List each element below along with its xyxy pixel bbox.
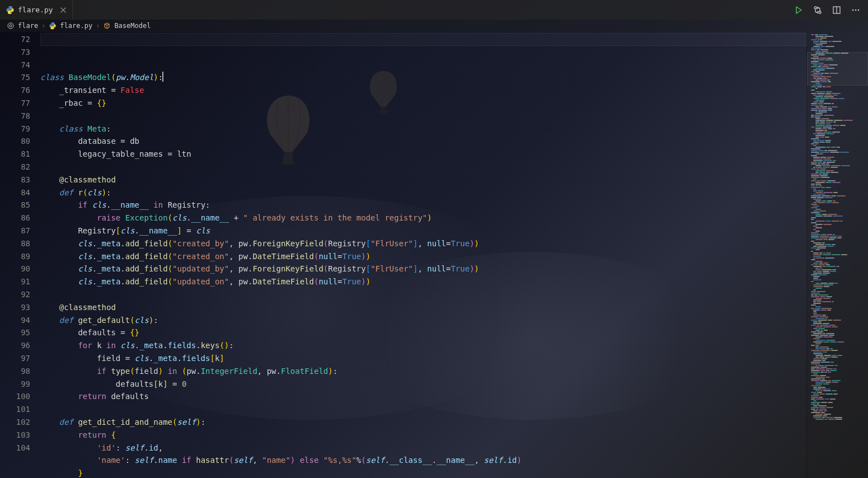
crumb-item[interactable]: flare — [18, 22, 38, 30]
code-line[interactable]: defaults[k] = 0 — [40, 378, 806, 391]
code-line[interactable]: database = db — [40, 135, 806, 148]
minimap-viewport[interactable] — [807, 52, 868, 86]
token — [191, 226, 196, 235]
more-actions-icon[interactable] — [850, 4, 861, 16]
minimap-row — [810, 48, 865, 49]
code-line[interactable] — [40, 110, 806, 123]
token: self — [135, 456, 154, 465]
token: + — [234, 213, 238, 222]
code-line[interactable]: if cls.__name__ in Registry: — [40, 199, 806, 212]
code-line[interactable]: return { — [40, 429, 806, 442]
minimap-row — [810, 274, 865, 275]
token: self — [234, 456, 253, 465]
cursor — [162, 72, 163, 82]
code-line[interactable]: def r(cls): — [40, 186, 806, 199]
minimap-row — [810, 256, 865, 257]
code-line[interactable]: _transient = False — [40, 84, 806, 97]
git-compare-icon[interactable] — [812, 4, 823, 16]
code-line[interactable]: } — [40, 467, 806, 478]
token: cls — [172, 213, 186, 222]
code-line[interactable]: field = cls._meta.fields[k] — [40, 352, 806, 365]
minimap-row — [810, 365, 865, 366]
minimap-row — [810, 123, 865, 124]
close-tab-button[interactable] — [59, 6, 68, 15]
code-line[interactable]: def get_dict_id_and_name(self): — [40, 416, 806, 429]
minimap-row — [810, 205, 865, 207]
code-line[interactable]: def get_default(cls): — [40, 314, 806, 327]
split-editor-icon[interactable] — [831, 4, 842, 16]
token: . — [153, 456, 158, 465]
minimap-row — [810, 249, 865, 250]
token: FloatField — [281, 367, 328, 376]
minimap-row — [810, 209, 865, 210]
code-line[interactable]: @classmethod — [40, 174, 806, 186]
minimap-row — [810, 88, 865, 89]
minimap-row — [810, 293, 865, 294]
token: add_field — [125, 264, 168, 273]
code-line[interactable]: return defaults — [40, 390, 806, 403]
minimap-row — [810, 333, 865, 334]
token: ( — [168, 264, 172, 273]
code-line[interactable]: legacy_table_names = ltn — [40, 148, 806, 161]
token: ) — [361, 252, 365, 261]
code-line[interactable]: cls._meta.add_field("updated_on", pw.Dat… — [40, 275, 806, 288]
crumb-item[interactable]: flare.py — [60, 22, 92, 30]
minimap-row — [810, 179, 865, 180]
minimap[interactable] — [806, 32, 868, 478]
token: ) — [328, 367, 332, 376]
minimap-row — [810, 162, 865, 163]
minimap-row — [810, 338, 865, 339]
code-line[interactable]: if type(field) in (pw.IntegerField, pw.F… — [40, 365, 806, 378]
code-line[interactable]: class BaseModel(pw.Model): — [40, 71, 806, 84]
minimap-row — [810, 132, 865, 133]
code-line[interactable] — [40, 288, 806, 301]
minimap-row — [810, 232, 865, 233]
token: cls — [78, 239, 92, 248]
minimap-row — [810, 410, 865, 411]
code-line[interactable]: 'id': self.id, — [40, 442, 806, 454]
line-number: 90 — [0, 263, 30, 275]
code-line[interactable]: defaults = {} — [40, 326, 806, 339]
code-line[interactable] — [40, 403, 806, 416]
minimap-row — [810, 185, 865, 186]
token: : — [116, 443, 125, 452]
token: [ — [210, 354, 214, 363]
code-line[interactable]: Registry[cls.__name__] = cls — [40, 224, 806, 237]
code-line[interactable]: @classmethod — [40, 301, 806, 314]
token: self — [484, 456, 503, 465]
code-line[interactable]: cls._meta.add_field("updated_by", pw.For… — [40, 263, 806, 275]
minimap-row — [810, 343, 865, 344]
token: = — [87, 99, 97, 107]
token: " already exists in the model registry" — [243, 213, 428, 222]
minimap-row — [810, 321, 865, 322]
line-number: 84 — [0, 186, 30, 199]
minimap-row — [810, 336, 865, 338]
minimap-row — [810, 330, 865, 331]
code-line[interactable]: _rbac = {} — [40, 97, 806, 110]
line-number: 87 — [0, 224, 30, 237]
code-line[interactable]: class Meta: — [40, 123, 806, 135]
token: raise — [97, 213, 120, 222]
token: Meta — [87, 124, 106, 133]
code-line[interactable] — [40, 161, 806, 174]
crumb-item[interactable]: BaseModel — [114, 22, 151, 30]
token: , — [158, 443, 163, 452]
token: ( — [323, 264, 328, 273]
minimap-row — [810, 266, 865, 267]
code-line[interactable]: cls._meta.add_field("created_on", pw.Dat… — [40, 250, 806, 263]
code-line[interactable]: cls._meta.add_field("created_by", pw.For… — [40, 237, 806, 250]
code-line[interactable]: 'name': self.name if hasattr(self, "name… — [40, 454, 806, 467]
minimap-row — [810, 363, 865, 364]
token — [40, 367, 97, 376]
minimap-row — [810, 152, 865, 153]
run-icon[interactable] — [793, 4, 804, 16]
code-line[interactable]: raise Exception(cls.__name__ + " already… — [40, 212, 806, 224]
code-area[interactable]: class BaseModel(pw.Model): _transient = … — [40, 32, 806, 478]
token: : — [106, 188, 111, 197]
minimap-row — [810, 383, 865, 385]
code-line[interactable]: for k in cls._meta.fields.keys(): — [40, 339, 806, 352]
token: { — [97, 99, 101, 107]
token: "created_on" — [172, 252, 229, 261]
file-tab[interactable]: flare.py — [0, 0, 73, 20]
line-number: 73 — [0, 46, 30, 59]
